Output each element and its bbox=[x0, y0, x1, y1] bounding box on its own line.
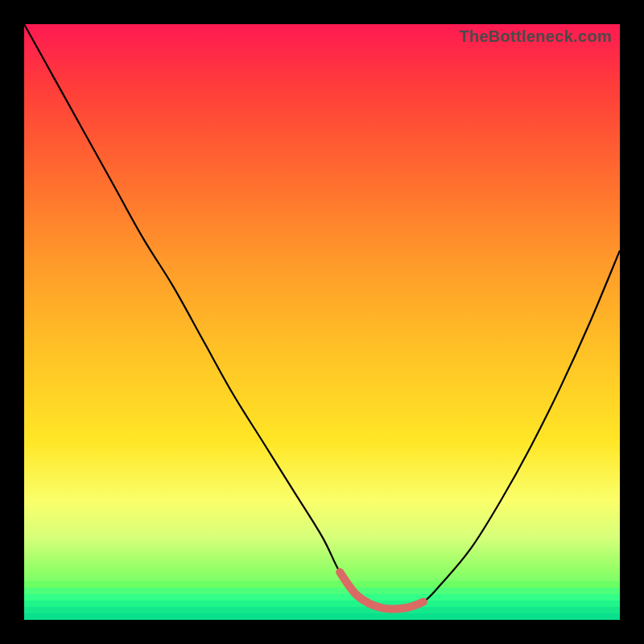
chart-frame: TheBottleneck.com bbox=[0, 0, 644, 644]
accent-segment bbox=[340, 572, 423, 609]
bottleneck-curve-svg bbox=[24, 24, 620, 620]
bottleneck-curve bbox=[24, 24, 620, 609]
plot-area: TheBottleneck.com bbox=[24, 24, 620, 620]
